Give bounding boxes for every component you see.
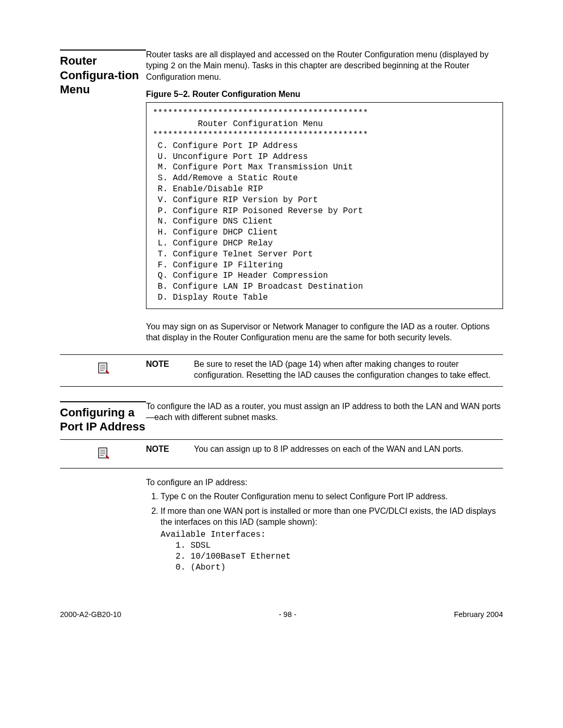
page-footer: 2000-A2-GB20-10 - 98 - February 2004 — [60, 610, 503, 619]
router-config-menu-box: ****************************************… — [146, 102, 503, 309]
note-text-2: You can assign up to 8 IP addresses on e… — [194, 444, 503, 455]
section-router-config-menu: Router Configura-tion Menu Router tasks … — [60, 50, 503, 349]
heading-configuring-port-ip: Configuring a Port IP Address — [60, 401, 146, 434]
intro-paragraph: Router tasks are all displayed and acces… — [146, 50, 503, 82]
note-icon — [96, 446, 111, 463]
figure-caption: Figure 5–2. Router Configuration Menu — [146, 90, 503, 99]
heading-router-config-menu: Router Configura-tion Menu — [60, 50, 146, 97]
page: Router Configura-tion Menu Router tasks … — [0, 0, 563, 728]
steps-intro: To configure an IP address: — [146, 478, 503, 487]
step-2: If more than one WAN port is installed o… — [161, 506, 503, 573]
svg-rect-5 — [99, 448, 107, 458]
section-steps: To configure an IP address: Type C on th… — [60, 473, 503, 576]
note-icon-col-2 — [60, 444, 146, 463]
step1-post: on the Router Configuration menu to sele… — [186, 492, 448, 501]
intro-post: on the Main menu). Tasks in this chapter… — [146, 61, 469, 81]
note-body-1: NOTE Be sure to reset the IAD (page 14) … — [146, 359, 503, 381]
steps-content: To configure an IP address: Type C on th… — [146, 473, 503, 576]
note-label-1: NOTE — [146, 359, 194, 381]
after-menu-paragraph: You may sign on as Supervisor or Network… — [146, 322, 503, 343]
note-block-1: NOTE Be sure to reset the IAD (page 14) … — [60, 354, 503, 387]
content-1: Router tasks are all displayed and acces… — [146, 50, 503, 349]
footer-center: - 98 - — [279, 610, 297, 619]
note-text-1: Be sure to reset the IAD (page 14) when … — [194, 359, 503, 381]
footer-left: 2000-A2-GB20-10 — [60, 610, 121, 619]
step1-pre: Type — [161, 492, 181, 501]
section-configuring-port-ip: Configuring a Port IP Address To configu… — [60, 401, 503, 434]
note-icon — [96, 361, 111, 378]
intro-key: 2 — [170, 61, 176, 71]
content-2: To configure the IAD as a router, you mu… — [146, 401, 503, 429]
note-icon-col-1 — [60, 359, 146, 378]
section2-intro: To configure the IAD as a router, you mu… — [146, 401, 503, 423]
sidebar-heading-1: Router Configura-tion Menu — [60, 50, 146, 97]
interfaces-code: Available Interfaces: 1. SDSL 2. 10/100B… — [161, 529, 503, 573]
sidebar-heading-2: Configuring a Port IP Address — [60, 401, 146, 434]
step2-text: If more than one WAN port is installed o… — [161, 507, 496, 526]
footer-right: February 2004 — [454, 610, 503, 619]
step1-key: C — [181, 492, 186, 502]
note-label-2: NOTE — [146, 444, 194, 455]
note-block-2: NOTE You can assign up to 8 IP addresses… — [60, 439, 503, 468]
note-body-2: NOTE You can assign up to 8 IP addresses… — [146, 444, 503, 455]
svg-rect-0 — [99, 363, 107, 373]
steps-list: Type C on the Router Configuration menu … — [146, 491, 503, 573]
step-1: Type C on the Router Configuration menu … — [161, 491, 503, 503]
